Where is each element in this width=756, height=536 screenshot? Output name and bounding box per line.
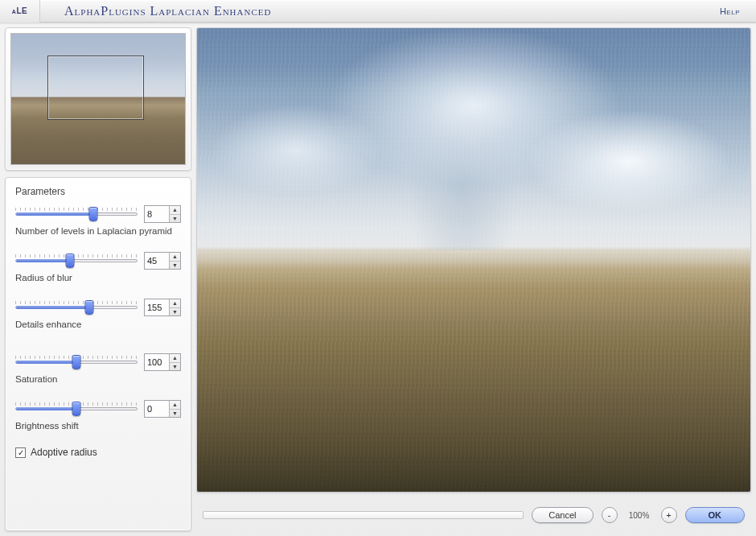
levels-step-down[interactable]: ▼ xyxy=(170,215,180,223)
brightness-stepper[interactable]: ▲ ▼ xyxy=(144,400,181,418)
zoom-level-label: 100% xyxy=(626,511,653,520)
levels-stepper[interactable]: ▲ ▼ xyxy=(144,205,181,223)
radius-stepper[interactable]: ▲ ▼ xyxy=(144,252,181,270)
param-radius: ▲ ▼ Radius of blur xyxy=(15,252,181,282)
param-saturation: ▲ ▼ Saturation xyxy=(15,353,181,384)
param-details: ▲ ▼ Details enhance xyxy=(15,299,181,329)
saturation-stepper[interactable]: ▲ ▼ xyxy=(144,353,181,371)
brightness-slider[interactable] xyxy=(15,400,138,418)
thumbnail-image xyxy=(10,33,186,165)
levels-step-up[interactable]: ▲ xyxy=(170,206,180,215)
details-step-up[interactable]: ▲ xyxy=(170,299,180,308)
details-step-down[interactable]: ▼ xyxy=(170,308,180,316)
preview-area[interactable] xyxy=(196,27,751,493)
saturation-slider[interactable] xyxy=(15,353,138,371)
app-logo: aLE xyxy=(0,0,40,23)
zoom-out-button[interactable]: - xyxy=(602,507,618,523)
radius-slider[interactable] xyxy=(15,252,138,270)
details-label: Details enhance xyxy=(15,320,181,329)
param-levels: ▲ ▼ Number of levels in Laplacian pyrami… xyxy=(15,205,181,236)
brightness-input[interactable] xyxy=(145,401,169,417)
thumbnail-viewport-rect[interactable] xyxy=(47,56,144,120)
adoptive-radius-label: Adoptive radius xyxy=(31,447,97,458)
brightness-step-down[interactable]: ▼ xyxy=(170,410,180,418)
details-stepper[interactable]: ▲ ▼ xyxy=(144,299,181,316)
radius-step-up[interactable]: ▲ xyxy=(170,253,180,262)
thumbnail-navigator[interactable] xyxy=(5,27,191,171)
help-button[interactable]: Help xyxy=(713,3,746,19)
saturation-step-up[interactable]: ▲ xyxy=(170,354,180,363)
param-brightness: ▲ ▼ Brightness shift xyxy=(15,400,181,431)
radius-step-down[interactable]: ▼ xyxy=(170,262,180,270)
parameters-panel: Parameters ▲ ▼ xyxy=(5,177,191,531)
ok-button[interactable]: OK xyxy=(685,507,746,523)
levels-input[interactable] xyxy=(145,206,169,222)
brightness-step-up[interactable]: ▲ xyxy=(170,401,180,410)
cancel-button[interactable]: Cancel xyxy=(532,507,593,523)
bottom-toolbar: Cancel - 100% + OK xyxy=(196,499,751,531)
app-title: AlphaPlugins Laplacian Enhanced xyxy=(40,4,713,19)
details-slider[interactable] xyxy=(15,299,138,316)
zoom-in-button[interactable]: + xyxy=(661,507,677,523)
saturation-label: Saturation xyxy=(15,374,181,384)
radius-input[interactable] xyxy=(145,253,169,269)
saturation-step-down[interactable]: ▼ xyxy=(170,363,180,371)
parameters-title: Parameters xyxy=(15,186,181,197)
levels-label: Number of levels in Laplacian pyramid xyxy=(15,226,181,236)
adoptive-radius-checkbox[interactable]: ✓ xyxy=(15,447,26,458)
saturation-input[interactable] xyxy=(145,354,169,370)
progress-bar xyxy=(203,511,524,519)
adoptive-radius-row: ✓ Adoptive radius xyxy=(15,447,181,458)
preview-image xyxy=(197,28,750,492)
details-input[interactable] xyxy=(145,299,169,315)
radius-label: Radius of blur xyxy=(15,273,181,282)
brightness-label: Brightness shift xyxy=(15,421,181,431)
title-bar: aLE AlphaPlugins Laplacian Enhanced Help xyxy=(0,0,756,23)
levels-slider[interactable] xyxy=(15,205,138,223)
